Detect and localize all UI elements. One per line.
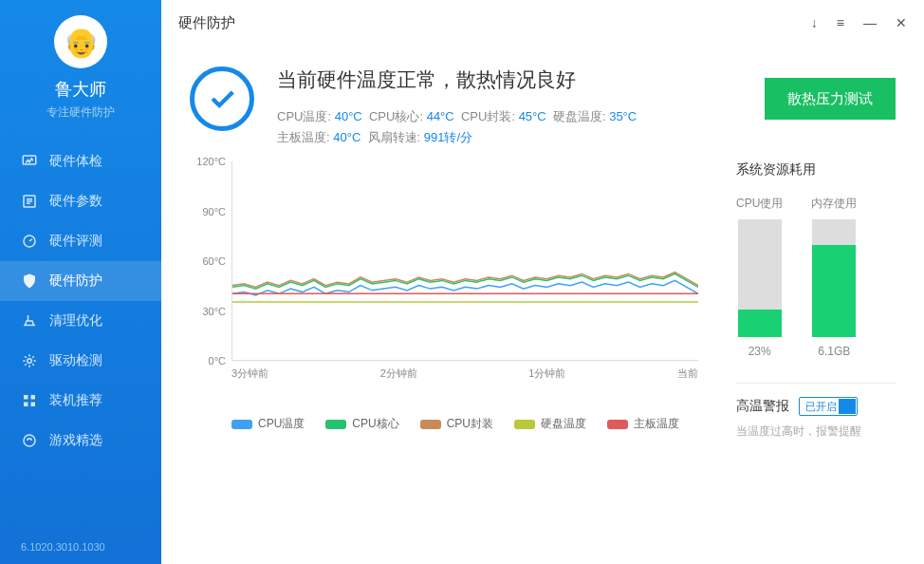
version-text: 6.1020.3010.1030 xyxy=(0,541,161,564)
mem-usage-label: 内存使用 xyxy=(811,196,857,212)
resources-title: 系统资源耗用 xyxy=(736,161,896,179)
stress-test-button[interactable]: 散热压力测试 xyxy=(765,78,896,120)
side-column: 系统资源耗用 CPU使用 23% 内存使用 6.1GB 高温警报 已开启 xyxy=(736,161,896,564)
page-title: 硬件防护 xyxy=(178,14,235,32)
nav-label: 游戏精选 xyxy=(49,432,102,449)
nav-driver[interactable]: 驱动检测 xyxy=(0,341,161,381)
nav-hardware-bench[interactable]: 硬件评测 xyxy=(0,221,161,261)
cpu-usage-fill xyxy=(738,310,782,337)
list-icon xyxy=(21,193,38,210)
x-tick: 1分钟前 xyxy=(528,367,565,381)
svg-rect-4 xyxy=(24,395,28,400)
mem-usage-bar xyxy=(812,219,856,337)
nav-label: 驱动检测 xyxy=(49,352,102,369)
y-tick: 0°C xyxy=(209,355,226,367)
broom-icon xyxy=(21,312,38,329)
chart-column: 120°C90°C60°C30°C0°C 3分钟前2分钟前1分钟前当前 CPU温… xyxy=(190,161,698,564)
nav-label: 装机推荐 xyxy=(49,392,102,409)
legend-swatch xyxy=(325,420,346,429)
mem-usage-fill xyxy=(812,245,856,337)
nav-build-rec[interactable]: 装机推荐 xyxy=(0,381,161,421)
brand-block: 👴 鲁大师 专注硬件防护 xyxy=(0,0,161,138)
legend-swatch xyxy=(420,420,441,429)
legend-label: 硬盘温度 xyxy=(541,416,586,432)
y-tick: 30°C xyxy=(202,306,226,317)
brand-avatar: 👴 xyxy=(54,15,107,68)
alarm-toggle[interactable]: 已开启 xyxy=(799,397,858,416)
hero-text: 当前硬件温度正常，散热情况良好 CPU温度: 40°C CPU核心: 44°C … xyxy=(277,66,637,148)
legend-item: CPU封装 xyxy=(420,416,493,432)
legend-swatch xyxy=(514,420,535,429)
menu-icon[interactable]: ≡ xyxy=(837,15,844,30)
x-axis: 3分钟前2分钟前1分钟前当前 xyxy=(231,361,698,381)
topbar: 硬件防护 ↓ ≡ — ✕ xyxy=(161,0,924,46)
fan-speed-label: 风扇转速: xyxy=(368,130,421,144)
y-tick: 90°C xyxy=(202,206,226,217)
nav-label: 硬件体检 xyxy=(49,153,102,170)
close-icon[interactable]: ✕ xyxy=(896,15,907,30)
chart-legend: CPU温度CPU核心CPU封装硬盘温度主板温度 xyxy=(231,389,698,432)
temperature-readouts: CPU温度: 40°C CPU核心: 44°C CPU封装: 45°C 硬盘温度… xyxy=(277,106,637,148)
legend-item: CPU核心 xyxy=(325,416,398,432)
legend-label: 主板温度 xyxy=(634,416,679,432)
nav-label: 硬件参数 xyxy=(49,193,102,210)
brand-title: 鲁大师 xyxy=(0,78,161,101)
nav-label: 硬件防护 xyxy=(49,273,102,290)
cpu-usage-block: CPU使用 23% xyxy=(736,196,783,358)
svg-rect-6 xyxy=(24,403,28,407)
nav-hardware-protect[interactable]: 硬件防护 xyxy=(0,261,161,301)
nav-hardware-params[interactable]: 硬件参数 xyxy=(0,181,161,221)
x-tick: 当前 xyxy=(677,367,698,381)
x-tick: 2分钟前 xyxy=(380,367,417,381)
game-icon xyxy=(21,432,38,449)
mobo-temp-label: 主板温度: xyxy=(277,130,330,144)
nav-hardware-check[interactable]: 硬件体检 xyxy=(0,141,161,181)
alarm-section: 高温警报 已开启 当温度过高时，报警提醒 xyxy=(736,383,896,440)
gauge-icon xyxy=(21,233,38,250)
y-tick: 60°C xyxy=(202,255,226,267)
core-temp-value: 44°C xyxy=(427,109,454,123)
minimize-icon[interactable]: — xyxy=(863,15,877,30)
nav-label: 硬件评测 xyxy=(49,233,102,250)
mem-usage-block: 内存使用 6.1GB xyxy=(811,196,857,358)
y-tick: 120°C xyxy=(196,156,226,167)
legend-label: CPU封装 xyxy=(447,416,493,432)
download-icon[interactable]: ↓ xyxy=(811,15,818,30)
gear-icon xyxy=(21,352,38,369)
legend-item: 硬盘温度 xyxy=(514,416,586,432)
window-controls: ↓ ≡ — ✕ xyxy=(811,15,907,30)
brand-subtitle: 专注硬件防护 xyxy=(0,104,161,121)
legend-item: CPU温度 xyxy=(231,416,305,432)
cpu-usage-bar xyxy=(738,219,782,337)
svg-point-3 xyxy=(28,359,32,364)
nav-cleanup[interactable]: 清理优化 xyxy=(0,301,161,341)
usage-bars: CPU使用 23% 内存使用 6.1GB xyxy=(736,196,896,358)
fan-speed-value: 991转/分 xyxy=(424,130,472,144)
sidebar: 👴 鲁大师 专注硬件防护 硬件体检 硬件参数 硬件评测 硬件防护 清理优化 驱动… xyxy=(0,0,161,564)
temperature-chart: 120°C90°C60°C30°C0°C 3分钟前2分钟前1分钟前当前 xyxy=(190,161,698,389)
nav-label: 清理优化 xyxy=(49,312,102,329)
cpu-temp-label: CPU温度: xyxy=(277,109,331,123)
mem-usage-value: 6.1GB xyxy=(818,345,850,358)
legend-label: CPU核心 xyxy=(352,416,398,432)
grid-icon xyxy=(21,392,38,409)
monitor-icon xyxy=(21,153,38,170)
x-tick: 3分钟前 xyxy=(231,367,268,381)
pkg-temp-value: 45°C xyxy=(519,109,546,123)
cpu-usage-value: 23% xyxy=(748,345,771,358)
cpu-usage-label: CPU使用 xyxy=(736,196,783,212)
svg-rect-5 xyxy=(31,395,36,400)
core-temp-label: CPU核心: xyxy=(369,109,423,123)
shield-icon xyxy=(21,273,38,290)
alarm-row: 高温警报 已开启 xyxy=(736,397,896,416)
legend-swatch xyxy=(607,420,628,429)
nav-games[interactable]: 游戏精选 xyxy=(0,421,161,461)
body-row: 120°C90°C60°C30°C0°C 3分钟前2分钟前1分钟前当前 CPU温… xyxy=(161,161,924,564)
nav: 硬件体检 硬件参数 硬件评测 硬件防护 清理优化 驱动检测 装机推荐 游戏精选 xyxy=(0,138,161,541)
cpu-temp-value: 40°C xyxy=(335,109,362,123)
svg-rect-7 xyxy=(31,403,36,407)
check-circle-icon xyxy=(190,66,254,131)
y-axis: 120°C90°C60°C30°C0°C xyxy=(190,161,231,361)
alarm-desc: 当温度过高时，报警提醒 xyxy=(736,423,896,440)
hero: 当前硬件温度正常，散热情况良好 CPU温度: 40°C CPU核心: 44°C … xyxy=(161,46,924,161)
